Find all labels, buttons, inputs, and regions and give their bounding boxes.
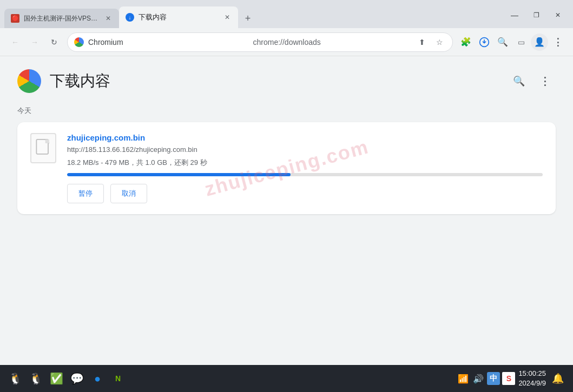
section-today-label: 今天 [17, 106, 556, 116]
download-info: zhujiceping.com.bin http://185.113.66.16… [67, 133, 543, 203]
page-header-left: 下载内容 [17, 69, 110, 93]
bookmark-icon[interactable]: ☆ [433, 36, 446, 49]
file-icon [30, 133, 56, 163]
page-title: 下载内容 [50, 71, 110, 91]
search-icon: 🔍 [513, 75, 525, 87]
download-filename: zhujiceping.com.bin [67, 133, 543, 142]
more-icon: ⋮ [539, 75, 550, 88]
page-menu-button[interactable]: ⋮ [534, 70, 556, 92]
active-tab-label: 下载内容 [139, 12, 167, 22]
page-logo-icon [17, 69, 41, 93]
taskbar-time-text: 15:00:25 [518, 369, 546, 378]
address-bar[interactable]: Chromium chrome://downloads ⬆ ☆ [67, 32, 453, 52]
window-controls: — ❐ ✕ [504, 6, 569, 24]
volume-icon[interactable]: 🔊 [472, 372, 485, 385]
taskbar-bluetooth-icon[interactable]: ● [89, 370, 106, 387]
chromium-logo-icon [74, 37, 84, 47]
taskbar-date-text: 2024/9/9 [518, 378, 546, 388]
download-card: zhujiceping.com zhujiceping.com.bin http… [17, 122, 556, 214]
taskbar-penguin-icon-1[interactable]: 🐧 [6, 370, 24, 387]
inactive-tab-label: 国外主机测评-国外VPS、国... [24, 14, 100, 23]
minimize-button[interactable]: — [504, 6, 525, 24]
url-text: chrome://downloads [253, 38, 412, 46]
progress-bar [67, 173, 291, 176]
share-icon[interactable]: ⬆ [416, 36, 429, 49]
new-tab-button[interactable]: + [240, 11, 255, 26]
tab-active[interactable]: 下载内容 ✕ [119, 6, 238, 28]
inactive-tab-close[interactable]: ✕ [104, 14, 113, 23]
taskbar-penguin-icon-2[interactable]: 🐧 [27, 370, 44, 387]
inactive-tab-favicon: 🔴 [11, 14, 19, 23]
forward-button[interactable]: → [26, 34, 43, 51]
page-header-right: 🔍 ⋮ [508, 70, 556, 92]
cancel-button[interactable]: 取消 [110, 184, 147, 203]
download-actions: 暂停 取消 [67, 184, 543, 203]
back-button[interactable]: ← [6, 34, 24, 51]
download-status-button[interactable] [476, 34, 493, 51]
tab-inactive[interactable]: 🔴 国外主机测评-国外VPS、国... ✕ [4, 9, 119, 28]
ime-indicator[interactable]: 中 [487, 372, 500, 385]
restore-button[interactable]: ❐ [525, 6, 547, 24]
taskbar: 🐧 🐧 ✅ 💬 ● N 📶 🔊 中 S 15:00:25 2024/9/9 🔔 [0, 365, 573, 392]
search-button[interactable]: 🔍 [494, 34, 511, 51]
tray-icons: 📶 🔊 中 S [457, 372, 515, 385]
notification-icon: 🔔 [552, 373, 564, 384]
taskbar-chat-icon[interactable]: 💬 [68, 370, 85, 387]
download-url: http://185.113.66.162/zhujiceping.com.bi… [67, 145, 543, 154]
title-bar: 🔴 国外主机测评-国外VPS、国... ✕ 下载内容 ✕ + — ❐ ✕ [0, 0, 573, 28]
notification-button[interactable]: 🔔 [549, 370, 567, 387]
page-header: 下载内容 🔍 ⋮ [17, 69, 556, 93]
sidebar-button[interactable]: ▭ [512, 34, 530, 51]
back-icon: ← [11, 38, 19, 46]
refresh-icon: ↻ [51, 38, 57, 46]
network-icon[interactable]: 📶 [457, 372, 470, 385]
pause-button[interactable]: 暂停 [67, 184, 104, 203]
active-tab-favicon [126, 13, 134, 22]
document-icon [35, 138, 52, 158]
refresh-button[interactable]: ↻ [45, 34, 63, 51]
nav-right-actions: 🧩 🔍 ▭ 👤 ⋮ [457, 34, 567, 51]
menu-button[interactable]: ⋮ [549, 34, 567, 51]
download-status: 18.2 MB/s - 479 MB，共 1.0 GB，还剩 29 秒 [67, 158, 543, 168]
navigation-bar: ← → ↻ Chromium chrome://downloads ⬆ ☆ 🧩 … [0, 28, 573, 56]
taskbar-green-check-icon[interactable]: ✅ [48, 370, 65, 387]
taskbar-nvidia-icon[interactable]: N [109, 370, 127, 387]
extensions-button[interactable]: 🧩 [457, 34, 475, 51]
svg-rect-2 [45, 139, 49, 143]
browser-name: Chromium [88, 38, 247, 46]
download-icon [479, 37, 490, 48]
taskbar-clock: 15:00:25 2024/9/9 [518, 369, 546, 388]
close-button[interactable]: ✕ [547, 6, 569, 24]
profile-button[interactable]: 👤 [531, 34, 548, 51]
active-tab-close[interactable]: ✕ [223, 13, 232, 22]
page-content: 下载内容 🔍 ⋮ 今天 zhujiceping.com zhujiceping.… [0, 56, 573, 365]
page-search-button[interactable]: 🔍 [508, 70, 530, 92]
forward-icon: → [31, 38, 38, 46]
wps-icon[interactable]: S [502, 372, 515, 385]
progress-bar-container [67, 173, 543, 176]
